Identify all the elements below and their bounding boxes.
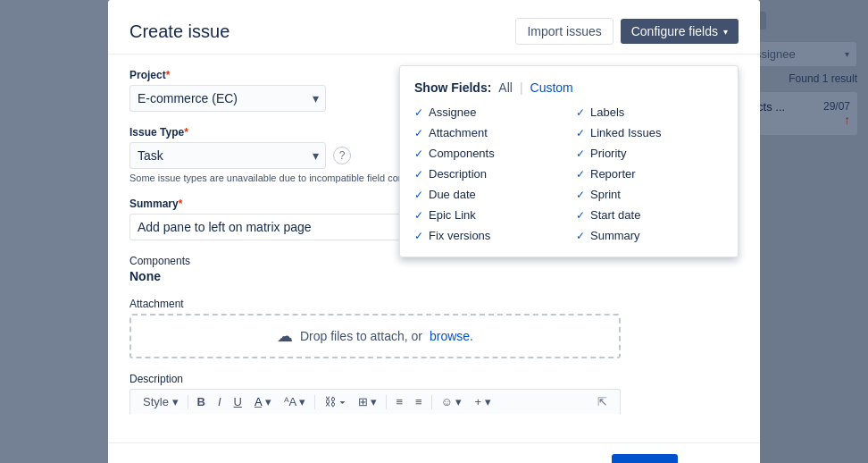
check-epiclink-icon: ✓ [414,209,423,222]
field-label-epiclink[interactable]: Epic Link [429,208,476,222]
field-label-summary[interactable]: Summary [590,229,640,242]
underline-button[interactable]: U [229,393,247,410]
emoji-chevron-icon: ▾ [455,395,462,408]
field-label-description[interactable]: Description [429,167,487,181]
check-labels-icon: ✓ [576,106,585,119]
field-label-duedate[interactable]: Due date [429,188,476,201]
field-label-components[interactable]: Components [429,147,495,160]
field-label-sprint[interactable]: Sprint [590,188,621,201]
modal-header-actions: Import issues Configure fields ▾ Show Fi… [515,18,739,45]
toolbar-divider-4 [431,395,432,409]
field-label-reporter[interactable]: Reporter [590,167,636,181]
tab-all[interactable]: All [498,80,513,95]
separator: | [520,80,523,95]
text-size-button[interactable]: ᴬA ▾ [279,393,312,410]
attachment-dropzone[interactable]: ☁ Drop files to attach, or browse. [129,314,621,358]
italic-button[interactable]: I [213,393,227,410]
editor-toolbar: Style ▾ B I U A ▾ ᴬA ▾ [129,389,621,414]
field-label-labels[interactable]: Labels [590,105,624,119]
toolbar-divider-2 [314,395,315,409]
components-field: Components None [129,255,739,283]
check-description-icon: ✓ [414,168,423,181]
expand-icon: ⇱ [597,395,607,408]
create-button[interactable]: Create [612,454,678,463]
configure-dropdown-panel: Show Fields: All | Custom ✓ Assignee [399,65,739,257]
table-icon: ⊞ [358,395,368,408]
more-button[interactable]: + ▾ [469,393,496,410]
tab-custom[interactable]: Custom [530,80,573,95]
field-item-components: ✓ Components [414,147,562,160]
help-icon[interactable]: ? [333,147,351,164]
field-item-linkedissues: ✓ Linked Issues [576,126,723,139]
attachment-drop-text: Drop files to attach, or [300,329,422,343]
fields-col2: ✓ Labels ✓ Linked Issues ✓ Priority [576,105,723,242]
show-fields-label: Show Fields: [414,80,491,95]
modal: Create issue Import issues Configure fie… [108,0,760,463]
field-item-sprint: ✓ Sprint [576,188,723,201]
number-list-button[interactable]: ≡ [410,393,428,410]
summary-required-star: * [179,198,183,210]
configure-fields-button[interactable]: Configure fields ▾ [621,19,739,44]
issue-type-select-wrapper: Task [129,142,326,169]
check-startdate-icon: ✓ [576,209,585,222]
expand-button[interactable]: ⇱ [592,393,613,410]
browse-link[interactable]: browse. [430,329,473,343]
check-priority-icon: ✓ [576,147,585,160]
field-item-priority: ✓ Priority [576,147,723,160]
issue-type-select[interactable]: Task [129,142,326,169]
bullet-list-button[interactable]: ≡ [390,393,408,410]
link-chevron-icon: ▾ [339,395,346,408]
more-icon: + [474,395,481,408]
text-size-chevron-icon: ▾ [299,395,305,408]
link-button[interactable]: ⛓ ▾ [319,393,351,410]
attachment-field: Attachment ☁ Drop files to attach, or br… [129,298,739,358]
field-item-reporter: ✓ Reporter [576,167,723,181]
modal-header: Create issue Import issues Configure fie… [108,0,760,55]
style-chevron-icon: ▾ [172,395,179,408]
field-label-fixversions[interactable]: Fix versions [429,229,490,242]
text-color-chevron-icon: ▾ [265,395,271,408]
fields-col1: ✓ Assignee ✓ Attachment ✓ Components [414,105,562,242]
style-dropdown-button[interactable]: Style ▾ [138,393,184,410]
toolbar-divider-3 [386,395,387,409]
field-item-attachment: ✓ Attachment [414,126,562,139]
show-fields-header: Show Fields: All | Custom [414,80,723,95]
upload-icon: ☁ [277,326,293,346]
import-issues-button[interactable]: Import issues [515,18,613,45]
check-duedate-icon: ✓ [414,189,423,201]
field-label-priority[interactable]: Priority [590,147,626,160]
field-label-assignee[interactable]: Assignee [429,105,476,119]
project-required-star: * [166,69,171,81]
project-select-wrapper: E-commerce (EC) [129,85,326,112]
modal-footer: Create another Create Cancel [108,442,760,463]
field-label-attachment[interactable]: Attachment [429,126,488,139]
cancel-button[interactable]: Cancel [685,454,739,463]
check-fixversions-icon: ✓ [414,230,423,242]
field-item-startdate: ✓ Start date [576,208,723,222]
configure-chevron-icon: ▾ [723,27,728,37]
field-label-linkedissues[interactable]: Linked Issues [590,126,662,139]
field-item-fixversions: ✓ Fix versions [414,229,562,242]
check-summary-icon: ✓ [576,230,585,242]
description-label: Description [129,373,739,385]
check-linkedissues-icon: ✓ [576,127,585,139]
project-select[interactable]: E-commerce (EC) [129,85,326,112]
table-button[interactable]: ⊞ ▾ [353,393,383,410]
components-value: None [129,269,161,283]
check-assignee-icon: ✓ [414,106,423,119]
field-item-summary: ✓ Summary [576,229,723,242]
check-sprint-icon: ✓ [576,189,585,201]
emoji-icon: ☺ [441,395,453,408]
field-item-assignee: ✓ Assignee [414,105,562,119]
field-label-startdate[interactable]: Start date [590,208,640,222]
table-chevron-icon: ▾ [371,395,377,408]
modal-title: Create issue [129,21,230,42]
fields-grid: ✓ Assignee ✓ Attachment ✓ Components [414,105,723,242]
emoji-button[interactable]: ☺ ▾ [436,393,468,410]
bold-button[interactable]: B [192,393,211,410]
check-reporter-icon: ✓ [576,168,585,181]
attachment-label: Attachment [129,298,739,310]
check-components-icon: ✓ [414,147,423,160]
field-item-epiclink: ✓ Epic Link [414,208,562,222]
text-color-button[interactable]: A ▾ [249,393,277,410]
